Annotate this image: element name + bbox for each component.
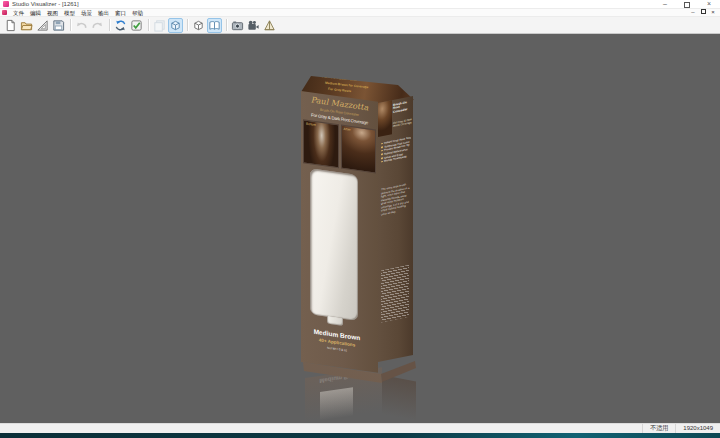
toolbar-separator bbox=[70, 19, 71, 31]
preferences-check-icon bbox=[130, 19, 143, 32]
status-resolution: 1920x1049 bbox=[675, 424, 720, 433]
window-title: Studio Visualizer - [1261] bbox=[12, 0, 79, 9]
save-icon bbox=[52, 19, 65, 32]
menu-help[interactable]: 帮助 bbox=[129, 9, 146, 17]
pages-icon bbox=[153, 19, 166, 32]
update-artwork-icon bbox=[114, 19, 127, 32]
taskbar-edge-strip bbox=[0, 433, 720, 438]
side-paragraph: The extra wide brush delivers the produc… bbox=[381, 182, 410, 216]
import-structure-button[interactable] bbox=[35, 18, 50, 33]
toolbar-separator bbox=[226, 19, 227, 31]
menu-scene[interactable]: 场景 bbox=[78, 9, 95, 17]
box-reflection-side bbox=[382, 375, 416, 423]
open-button[interactable] bbox=[19, 18, 34, 33]
mdi-minimize-button[interactable]: – bbox=[688, 9, 698, 16]
pages-button bbox=[152, 18, 167, 33]
toolbar-separator bbox=[187, 19, 188, 31]
product-box-scene: Medium Brown Paul Mazzotta Medium Brown … bbox=[295, 70, 430, 423]
box-side-face: Brush-On Root Concealer For Gray & Dark … bbox=[378, 96, 413, 362]
open-book-icon bbox=[208, 19, 221, 32]
mdi-restore-button[interactable] bbox=[698, 9, 708, 16]
export-pyramid-icon bbox=[263, 19, 276, 32]
open-folder-icon bbox=[20, 19, 33, 32]
side-heading: Brush-On Root Concealer bbox=[393, 100, 412, 114]
record-movie-icon bbox=[247, 19, 260, 32]
box-reflection-window bbox=[320, 387, 352, 423]
carton-window-tab bbox=[327, 316, 343, 326]
menu-bar: 文件 编辑 视图 模型 场景 输出 窗口 帮助 – × bbox=[0, 9, 720, 17]
side-fineprint-block bbox=[381, 265, 409, 323]
before-after-photos: Before After bbox=[303, 119, 376, 173]
menu-edit[interactable]: 编辑 bbox=[27, 9, 44, 17]
new-document-button[interactable] bbox=[3, 18, 18, 33]
redo-button bbox=[90, 18, 105, 33]
menu-file[interactable]: 文件 bbox=[10, 9, 27, 17]
after-photo: After bbox=[341, 125, 377, 174]
box-outline-button[interactable] bbox=[191, 18, 206, 33]
before-photo: Before bbox=[303, 119, 339, 168]
show-3d-box-icon bbox=[169, 19, 182, 32]
menu-model[interactable]: 模型 bbox=[61, 9, 78, 17]
update-artwork-button[interactable] bbox=[113, 18, 128, 33]
save-button[interactable] bbox=[51, 18, 66, 33]
toolbar-separator bbox=[148, 19, 149, 31]
menu-window[interactable]: 窗口 bbox=[112, 9, 129, 17]
studio-visualizer-window: Studio Visualizer - [1261] – × 文件 编辑 视图 … bbox=[0, 0, 720, 438]
mdi-window-controls: – × bbox=[688, 9, 720, 17]
maximize-button[interactable] bbox=[676, 0, 698, 9]
window-controls: – × bbox=[654, 0, 720, 9]
lid-text-line-2: For Gray Roots bbox=[328, 87, 351, 93]
close-button[interactable]: × bbox=[698, 0, 720, 9]
status-bar: 不适用 1920x1049 bbox=[0, 423, 720, 433]
open-book-button[interactable] bbox=[207, 18, 222, 33]
main-toolbar bbox=[0, 17, 720, 34]
export-button[interactable] bbox=[262, 18, 277, 33]
snapshot-button[interactable] bbox=[230, 18, 245, 33]
snapshot-camera-icon bbox=[231, 19, 244, 32]
box-outline-icon bbox=[192, 19, 205, 32]
box-reflection-text: Medium Brown bbox=[305, 370, 377, 386]
maximize-icon bbox=[684, 2, 690, 8]
mdi-restore-icon bbox=[701, 9, 706, 14]
preferences-button[interactable] bbox=[129, 18, 144, 33]
menu-output[interactable]: 输出 bbox=[95, 9, 112, 17]
undo-button bbox=[74, 18, 89, 33]
carton-window-cutout bbox=[310, 168, 358, 321]
new-document-icon bbox=[4, 19, 17, 32]
after-label: After bbox=[344, 127, 351, 132]
record-movie-button[interactable] bbox=[246, 18, 261, 33]
side-panel-photo bbox=[378, 100, 392, 137]
side-bullet-list: Instant Gray Root Touch-Up Temporary Hai… bbox=[381, 136, 411, 164]
box-reflection-front: Medium Brown bbox=[305, 367, 382, 423]
box-front-face: Paul Mazzotta Brush-On Root Concealer Fo… bbox=[301, 91, 378, 373]
undo-icon bbox=[75, 19, 88, 32]
document-logo-icon bbox=[2, 10, 7, 15]
mdi-close-button[interactable]: × bbox=[708, 9, 718, 16]
import-structure-icon bbox=[36, 19, 49, 32]
menu-view[interactable]: 视图 bbox=[44, 9, 61, 17]
redo-icon bbox=[91, 19, 104, 32]
before-label: Before bbox=[306, 122, 316, 127]
side-subheading: For Gray & Dark Roots Coverage bbox=[393, 118, 412, 128]
viewport-3d[interactable]: Medium Brown Paul Mazzotta Medium Brown … bbox=[0, 34, 720, 423]
show-3d-box-button[interactable] bbox=[168, 18, 183, 33]
status-na: 不适用 bbox=[642, 424, 675, 433]
app-logo-icon bbox=[3, 1, 9, 7]
toolbar-separator bbox=[109, 19, 110, 31]
minimize-button[interactable]: – bbox=[654, 0, 676, 9]
